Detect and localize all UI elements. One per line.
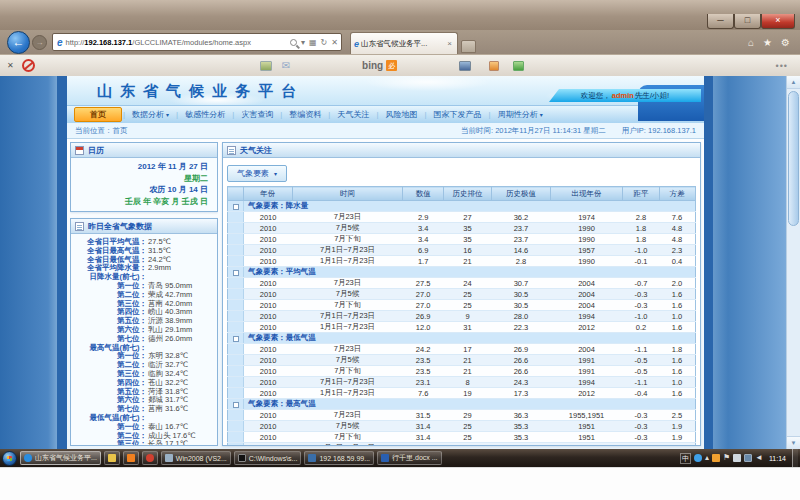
task-ie-button[interactable]: 山东省气候业务平... [20,451,101,465]
network-icon[interactable] [733,454,741,462]
cell-5: 30.5 [492,300,551,311]
browser-tab[interactable]: e 山东省气候业务平... × [350,32,458,54]
word-icon [381,454,389,462]
bing-logo[interactable]: bing 必 [362,60,397,71]
people-icon[interactable] [513,61,524,71]
forward-button[interactable]: → [32,35,47,50]
nav-item-8[interactable]: 国家下发产品 [428,108,488,121]
row-strip-cell [228,322,244,333]
more-options-icon[interactable]: ••• [776,61,788,71]
taskbar-clock[interactable]: 11:14 [769,455,786,462]
back-button[interactable]: ← [7,31,30,54]
group-checkbox[interactable] [233,336,239,342]
group-checkbox[interactable] [233,270,239,276]
stat-value: 长岛 17.1℃ [147,440,188,445]
column-header-1: 年份 [244,187,292,201]
cell-2: 7月下旬 [292,300,403,311]
group-checkbox[interactable] [233,204,239,210]
ime-indicator[interactable]: 中 [680,453,691,464]
cell-5: 22.3 [492,322,551,333]
person-icon[interactable] [489,61,499,71]
toolbar-close-icon[interactable]: ✕ [7,61,14,70]
minimize-button[interactable]: ─ [707,14,734,29]
stop-icon[interactable]: ✕ [331,38,338,47]
task-word-button[interactable]: 行千里.docx ... [377,451,442,465]
cell-1: 2010 [244,223,292,234]
pinned-media-button[interactable] [123,451,139,465]
cell-2: 7月23日 [292,344,403,355]
welcome-suffix: 先生/小姐! [635,91,669,101]
cell-3: 27.0 [403,289,443,300]
pinned-browser-button[interactable] [142,451,158,465]
task-cmd-button[interactable]: C:\Windows\s... [234,451,302,465]
nav-item-3[interactable]: 敏感性分析 [179,108,231,121]
home-icon[interactable]: ⌂ [748,37,754,48]
task-remote-button[interactable]: 192.168.59.99... [304,451,374,465]
search-icon[interactable] [290,39,297,46]
mail-icon[interactable]: ✉ [282,60,290,71]
row-strip-cell [228,344,244,355]
volume-icon[interactable]: ◄ [755,454,763,462]
cell-7: -1.1 [623,344,659,355]
flag-icon[interactable]: ⚑ [723,454,730,462]
cell-6: 2004 [550,289,623,300]
antivirus-icon[interactable] [712,454,720,462]
tab-close-icon[interactable]: × [445,39,454,48]
cell-5: 23.7 [492,223,551,234]
refresh-icon[interactable]: ↻ [321,38,328,47]
nav-item-7[interactable]: 风险地图 [379,108,423,121]
scroll-up-icon[interactable]: ▲ [787,76,800,89]
column-header-3: 数值 [403,187,443,201]
cell-1: 2010 [244,322,292,333]
cell-4: 9 [443,311,491,322]
nav-item-4[interactable]: 灾害查询 [235,108,279,121]
nav-item-5[interactable]: 整编资料 [283,108,327,121]
cmd-icon [238,454,246,462]
nav-item-6[interactable]: 天气关注 [331,108,375,121]
close-button[interactable]: × [761,14,795,29]
page-scrollbar[interactable]: ▲ ▼ [786,76,800,449]
compatibility-icon[interactable]: ▦ [309,38,317,47]
scroll-down-icon[interactable]: ▼ [787,436,800,449]
table-group-row: 气象要素：最低气温 [228,333,696,344]
screenshot-icon[interactable] [260,61,272,71]
address-bar[interactable]: e http://192.168.137.1/GLCCLIMATE/module… [52,33,342,51]
camera-icon[interactable] [459,61,471,71]
bottom-strip [0,467,800,500]
row-strip-cell [228,256,244,267]
calendar-panel: 日历 2012 年 11 月 27 日 星期二 农历 10 月 14 日 壬辰 … [70,142,218,212]
cell-8: 1.0 [659,377,695,388]
maximize-button[interactable]: □ [734,14,761,29]
element-selector-button[interactable]: 气象要素 ▾ [227,165,287,182]
cell-6: 1957 [550,245,623,256]
new-tab-button[interactable] [461,40,476,53]
search-dropdown-icon[interactable]: ▾ [301,38,305,47]
table-row: 20107月5候23.52126.61991-0.51.6 [228,355,696,366]
start-button[interactable] [2,451,17,466]
cell-2: 1月1日~7月23日 [292,322,403,333]
task-label: 山东省气候业务平... [35,453,97,463]
weather-focus-body: 气象要素 ▾ 年份时间数值历史排位历史极值出现年份距平方差气象要素：降水量201… [223,158,700,445]
row-strip-cell [228,289,244,300]
task-window-button[interactable]: Win2008 (VS2... [161,451,231,465]
weather-stat-line: 第三位：长岛 17.1℃ [71,440,215,445]
group-checkbox[interactable] [233,402,239,408]
messenger-icon[interactable] [694,454,702,462]
table-group-row: 气象要素：平均气温 [228,267,696,278]
table-row: 20107月23日31.52936.31955,1951-0.32.5 [228,410,696,421]
tools-icon[interactable]: ⚙ [781,37,790,48]
scrollbar-thumb[interactable] [788,91,799,226]
show-hidden-icons[interactable]: ▴ [705,454,709,462]
pinned-folder-button[interactable] [104,451,120,465]
cell-5: 28.0 [492,311,551,322]
row-strip-cell [228,443,244,446]
favorites-icon[interactable]: ★ [763,37,772,48]
nav-item-1[interactable]: 首页 [74,107,122,122]
display-icon[interactable] [744,454,752,462]
show-desktop-button[interactable] [792,449,798,467]
nav-item-2[interactable]: 数据分析▾ [126,108,175,121]
group-label: 气象要素：降水量 [244,201,696,212]
nav-item-9[interactable]: 周期性分析▾ [492,108,549,121]
cell-4: 29 [443,410,491,421]
row-strip-cell [228,223,244,234]
